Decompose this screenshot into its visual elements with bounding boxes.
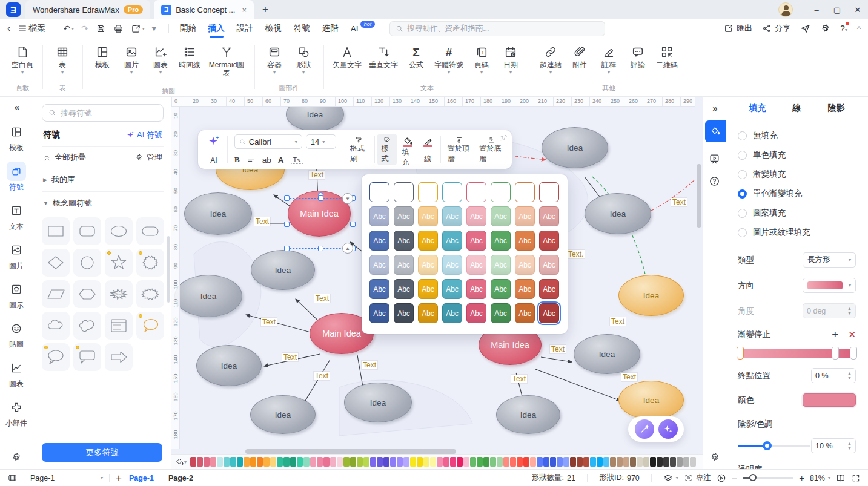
- close-button[interactable]: ✕: [847, 0, 868, 19]
- idea-node[interactable]: Idea: [574, 334, 640, 374]
- palette-color[interactable]: [397, 457, 403, 467]
- palette-color[interactable]: [603, 457, 609, 467]
- fill-button[interactable]: 填充: [397, 134, 417, 165]
- redo-button[interactable]: ↷: [81, 24, 88, 33]
- style-preset-swatch[interactable]: Abc: [418, 279, 438, 299]
- style-preset-swatch[interactable]: Abc: [515, 206, 535, 226]
- document-tab[interactable]: Ǝ Basic Concept ... ×: [154, 0, 254, 19]
- style-preset-swatch[interactable]: Abc: [491, 206, 511, 226]
- palette-color[interactable]: [663, 457, 669, 467]
- style-preset-swatch[interactable]: [418, 182, 438, 202]
- shade-tint-input[interactable]: 10 %▲▼: [811, 438, 856, 453]
- symbol-shape-ctable[interactable]: [105, 312, 133, 340]
- connector-text-label[interactable]: Text: [511, 375, 527, 383]
- palette-color[interactable]: [370, 457, 376, 467]
- ai-symbols-link[interactable]: AI 符號: [126, 130, 162, 140]
- send-plane-icon[interactable]: [800, 24, 810, 34]
- ribbon-item-template[interactable]: 模板: [88, 42, 116, 76]
- style-preset-swatch[interactable]: Abc: [418, 206, 438, 226]
- end-position-input[interactable]: 0 %▲▼: [811, 368, 856, 383]
- symbol-shape-explosion[interactable]: Wow!: [105, 280, 133, 308]
- palette-color[interactable]: [350, 457, 356, 467]
- undo-button[interactable]: ↶▾: [63, 24, 74, 33]
- help-tool[interactable]: [709, 176, 720, 187]
- palette-color[interactable]: [557, 457, 563, 467]
- palette-color[interactable]: [590, 457, 596, 467]
- zoom-in-button[interactable]: +: [799, 473, 804, 483]
- connector-text-label[interactable]: Text: [254, 217, 270, 226]
- style-preset-swatch[interactable]: Abc: [394, 206, 414, 226]
- style-preset-swatch[interactable]: Abc: [515, 231, 535, 251]
- quick-fill-bucket-icon[interactable]: ▾: [175, 458, 187, 467]
- style-preset-swatch[interactable]: Abc: [369, 206, 389, 226]
- strikethrough-button[interactable]: ab: [262, 156, 271, 165]
- resize-handle[interactable]: [350, 222, 356, 227]
- palette-color[interactable]: [457, 457, 463, 467]
- style-button[interactable]: 樣式: [377, 134, 397, 165]
- help-icon[interactable]: ?▾: [840, 24, 847, 33]
- ribbon-item-qr[interactable]: 二維碼: [653, 42, 681, 76]
- format-painter-button[interactable]: 格式刷: [346, 134, 372, 165]
- ribbon-item-verttext[interactable]: 垂直文字: [366, 42, 401, 76]
- style-preset-swatch[interactable]: Abc: [466, 279, 486, 299]
- gradient-stop-handle[interactable]: [737, 347, 744, 360]
- zoom-slider[interactable]: [743, 477, 793, 479]
- menu-進階[interactable]: 進階: [316, 19, 345, 38]
- palette-color[interactable]: [550, 457, 556, 467]
- palette-color[interactable]: [577, 457, 583, 467]
- palette-color[interactable]: [237, 457, 243, 467]
- palette-color[interactable]: [463, 457, 469, 467]
- style-preset-swatch[interactable]: Abc: [394, 255, 414, 275]
- palette-color[interactable]: [670, 457, 676, 467]
- palette-color[interactable]: [650, 457, 656, 467]
- ribbon-item-shape[interactable]: 形狀▾: [290, 42, 317, 76]
- palette-color[interactable]: [403, 457, 409, 467]
- symbol-shape-cloud[interactable]: [42, 312, 70, 340]
- connector-text-label[interactable]: Text: [550, 345, 566, 353]
- bring-to-front-button[interactable]: 置於頂層: [443, 134, 475, 165]
- palette-color[interactable]: [503, 457, 509, 467]
- more-symbols-button[interactable]: 更多符號: [42, 443, 162, 462]
- idea-node[interactable]: Idea: [196, 345, 262, 386]
- page-select[interactable]: Page-1▾: [30, 474, 103, 482]
- fill-option[interactable]: 無填充: [738, 126, 856, 145]
- page-tab-Page-2[interactable]: Page-2: [168, 474, 193, 482]
- palette-color[interactable]: [224, 457, 230, 467]
- palette-color[interactable]: [317, 457, 323, 467]
- sidebar-item-iconbox[interactable]: 圖示: [7, 280, 26, 310]
- panel-scrollbar[interactable]: [167, 236, 170, 303]
- minimize-button[interactable]: –: [806, 0, 827, 19]
- resize-handle[interactable]: [284, 246, 290, 251]
- palette-color[interactable]: [210, 457, 216, 467]
- palette-color[interactable]: [330, 457, 336, 467]
- palette-color[interactable]: [690, 457, 696, 467]
- idea-node[interactable]: Idea: [618, 275, 684, 316]
- palette-color[interactable]: [303, 457, 310, 467]
- palette-color[interactable]: [323, 457, 330, 467]
- palette-color[interactable]: [497, 457, 503, 467]
- palette-color[interactable]: [423, 457, 429, 467]
- palette-color[interactable]: [617, 457, 623, 467]
- line-button[interactable]: 線: [418, 134, 438, 165]
- tab-填充[interactable]: 填充: [738, 103, 777, 114]
- ribbon-item-comment[interactable]: 評論: [624, 42, 652, 76]
- file-menu[interactable]: 檔案: [18, 23, 45, 34]
- connector-text-label[interactable]: Text.: [567, 250, 585, 258]
- add-page-button[interactable]: +: [116, 472, 122, 484]
- palette-color[interactable]: [530, 457, 536, 467]
- palette-color[interactable]: [263, 457, 270, 467]
- palette-color[interactable]: [490, 457, 496, 467]
- sidebar-item-sticker[interactable]: 貼圖: [7, 319, 26, 350]
- sidebar-item-image[interactable]: 圖片: [7, 240, 26, 271]
- palette-color[interactable]: [383, 457, 389, 467]
- text-box-button[interactable]: T✎: [291, 156, 303, 164]
- idea-node[interactable]: Idea: [174, 275, 242, 317]
- palette-color[interactable]: [477, 457, 483, 467]
- fill-option[interactable]: 單色漸變填充: [738, 184, 856, 203]
- style-preset-swatch[interactable]: Abc: [442, 279, 462, 299]
- ribbon-item-formula[interactable]: Σ公式: [402, 42, 430, 76]
- palette-color[interactable]: [204, 457, 210, 467]
- selection-box[interactable]: ▼ ▲: [287, 198, 353, 249]
- collapse-ribbon-icon[interactable]: ^: [857, 24, 861, 33]
- style-preset-swatch[interactable]: Abc: [394, 303, 414, 323]
